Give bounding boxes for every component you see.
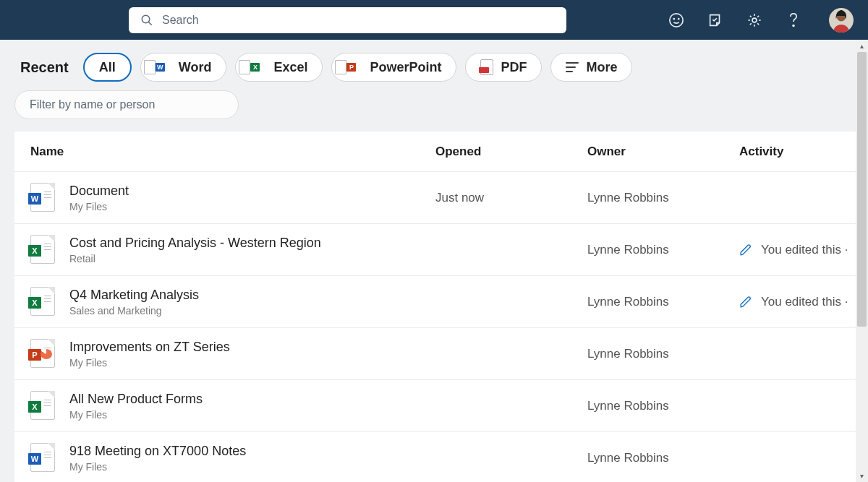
svg-point-5 [752, 18, 757, 22]
filter-by-name-input[interactable] [14, 90, 239, 119]
file-owner: Lynne Robbins [587, 243, 739, 257]
file-activity: You edited this · [739, 243, 868, 257]
table-row[interactable]: XAll New Product FormsMy FilesLynne Robb… [14, 380, 868, 432]
settings-gear-icon[interactable] [746, 12, 762, 28]
excel-file-icon: X [30, 235, 55, 264]
file-activity: You edited this · [739, 295, 868, 309]
word-icon: W [156, 60, 171, 74]
scroll-thumb[interactable] [857, 52, 867, 327]
vertical-scrollbar[interactable]: ▴ ▾ [856, 40, 868, 482]
col-owner[interactable]: Owner [587, 145, 739, 159]
pill-label: All [99, 60, 116, 75]
file-location: My Files [69, 461, 246, 473]
recent-files-table: Name Opened Owner Activity WDocumentMy F… [14, 131, 868, 482]
table-row[interactable]: W918 Meeting on XT7000 NotesMy FilesLynn… [14, 432, 868, 482]
filter-bar: Recent All W Word X Excel P PowerPoint P… [0, 40, 868, 82]
file-owner: Lynne Robbins [587, 451, 739, 465]
file-name: All New Product Forms [69, 391, 203, 408]
user-avatar[interactable] [829, 8, 854, 33]
file-name: Improvements on ZT Series [69, 339, 230, 356]
scroll-down-icon[interactable]: ▾ [856, 470, 868, 482]
filter-lines-icon [566, 62, 579, 72]
excel-file-icon: X [30, 391, 55, 420]
svg-point-0 [142, 15, 150, 23]
search-box[interactable] [129, 7, 566, 33]
svg-line-1 [148, 22, 152, 25]
file-location: My Files [69, 201, 129, 212]
filter-pill-powerpoint[interactable]: P PowerPoint [331, 53, 456, 82]
pdf-icon [480, 59, 493, 75]
word-file-icon: W [30, 183, 55, 212]
file-location: Retail [69, 253, 321, 264]
activity-text: You edited this · [761, 243, 848, 257]
file-owner: Lynne Robbins [587, 347, 739, 361]
search-icon [139, 12, 155, 28]
file-location: My Files [69, 409, 203, 421]
ppt-file-icon: P [30, 339, 55, 368]
excel-icon: X [250, 60, 266, 74]
recent-heading: Recent [20, 59, 69, 76]
col-activity[interactable]: Activity [739, 145, 868, 159]
col-name[interactable]: Name [30, 145, 435, 159]
help-icon[interactable] [786, 12, 801, 28]
note-checkmark-icon[interactable] [707, 12, 723, 28]
pill-label: PDF [501, 60, 527, 75]
pill-label: PowerPoint [370, 60, 441, 75]
filter-pill-pdf[interactable]: PDF [465, 53, 542, 82]
emoji-icon[interactable] [668, 12, 684, 28]
app-header [0, 0, 868, 40]
col-opened[interactable]: Opened [435, 145, 587, 159]
filter-pill-word[interactable]: W Word [140, 53, 227, 82]
file-name: Cost and Pricing Analysis - Western Regi… [69, 235, 321, 251]
table-header: Name Opened Owner Activity [14, 132, 868, 172]
table-row[interactable]: XCost and Pricing Analysis - Western Reg… [14, 224, 868, 276]
filter-pill-all[interactable]: All [83, 53, 132, 82]
table-row[interactable]: XQ4 Marketing AnalysisSales and Marketin… [14, 276, 868, 328]
table-row[interactable]: WDocumentMy FilesJust nowLynne Robbins [14, 172, 868, 224]
filter-pill-more[interactable]: More [550, 53, 632, 82]
filter-pill-excel[interactable]: X Excel [235, 53, 323, 82]
file-name: Q4 Marketing Analysis [69, 287, 199, 304]
file-name: 918 Meeting on XT7000 Notes [69, 443, 246, 460]
svg-point-6 [793, 25, 794, 26]
table-row[interactable]: PImprovements on ZT SeriesMy FilesLynne … [14, 328, 868, 380]
svg-point-2 [670, 13, 683, 26]
pill-label: More [586, 60, 617, 75]
scroll-up-icon[interactable]: ▴ [856, 40, 868, 52]
file-owner: Lynne Robbins [587, 295, 739, 309]
file-opened: Just now [435, 191, 587, 205]
file-location: Sales and Marketing [69, 305, 199, 317]
search-input[interactable] [162, 14, 556, 27]
file-owner: Lynne Robbins [587, 191, 739, 205]
word-file-icon: W [30, 443, 55, 472]
file-name: Document [69, 183, 129, 199]
pill-label: Word [179, 60, 212, 75]
svg-point-3 [673, 18, 674, 19]
excel-file-icon: X [30, 287, 55, 316]
powerpoint-icon: P [346, 60, 362, 74]
pill-label: Excel [273, 60, 307, 75]
svg-point-4 [678, 18, 679, 19]
file-location: My Files [69, 357, 230, 369]
file-owner: Lynne Robbins [587, 399, 739, 413]
activity-text: You edited this · [761, 295, 848, 309]
